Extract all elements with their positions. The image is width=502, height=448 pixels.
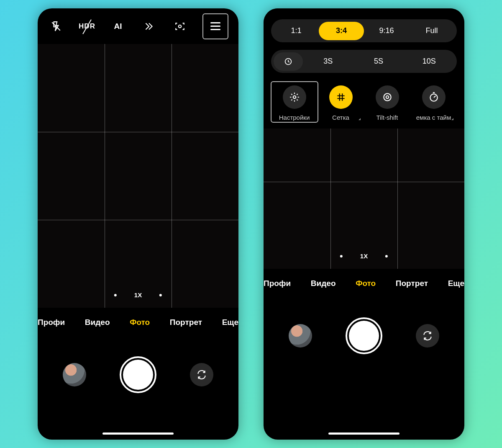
timer-10s[interactable]: 10S: [404, 52, 454, 71]
option-timed-shot[interactable]: емка с тайм: [411, 85, 457, 121]
bottom-controls: [38, 337, 238, 412]
option-label: Сетка: [332, 114, 349, 121]
camera-toolbar: HDR AI: [38, 8, 238, 44]
svg-point-6: [430, 94, 437, 101]
timer-icon-chip[interactable]: [274, 52, 303, 71]
bottom-controls: [264, 298, 464, 373]
gallery-thumbnail[interactable]: [289, 324, 312, 348]
option-label: емка с тайм: [416, 114, 451, 121]
more-indicator-icon: [359, 118, 361, 120]
zoom-label: 1X: [134, 291, 142, 299]
mode-portrait[interactable]: Портрет: [170, 318, 202, 327]
ratio-full[interactable]: Full: [409, 22, 454, 40]
zoom-dot: [114, 294, 117, 296]
shutter-button[interactable]: [120, 356, 156, 393]
filters-icon[interactable]: [141, 18, 157, 35]
mode-more[interactable]: Еще: [448, 279, 464, 288]
mode-pro[interactable]: Профи: [264, 279, 291, 288]
zoom-dot: [385, 255, 388, 257]
option-label: Tilt-shift: [376, 114, 398, 121]
viewfinder[interactable]: 1X: [38, 44, 238, 308]
hamburger-icon: [210, 22, 220, 30]
svg-point-4: [384, 93, 391, 100]
shutter-inner: [123, 360, 153, 390]
mode-video[interactable]: Видео: [311, 279, 336, 288]
ratio-3-4[interactable]: 3:4: [319, 22, 364, 40]
mode-video[interactable]: Видео: [85, 318, 110, 327]
home-indicator[interactable]: [328, 433, 400, 435]
clock-icon: [284, 57, 293, 66]
menu-button[interactable]: [202, 13, 228, 39]
zoom-selector[interactable]: 1X: [114, 291, 162, 299]
timer-3s[interactable]: 3S: [303, 52, 353, 71]
switch-camera-button[interactable]: [416, 324, 439, 348]
gallery-thumbnail[interactable]: [63, 363, 86, 386]
mode-more[interactable]: Еще: [222, 318, 238, 327]
options-row: Настройки Сетка Tilt-shift емка с тайм: [271, 80, 457, 124]
composition-grid: [264, 129, 464, 269]
option-grid[interactable]: Сетка: [318, 85, 364, 121]
google-lens-icon[interactable]: [172, 18, 188, 35]
composition-grid: [38, 44, 238, 308]
more-indicator-icon: [451, 118, 453, 120]
timer-icon: [428, 92, 439, 103]
zoom-dot: [340, 255, 343, 257]
phone-screenshot-right: 1:1 3:4 9:16 Full 3S 5S 10S Настройки: [264, 8, 464, 440]
mode-selector[interactable]: Профи Видео Фото Портрет Еще: [38, 308, 238, 337]
svg-point-5: [386, 96, 389, 99]
ai-toggle[interactable]: AI: [110, 18, 126, 35]
zoom-selector[interactable]: 1X: [340, 252, 388, 260]
viewfinder[interactable]: 1X: [264, 129, 464, 269]
zoom-label: 1X: [360, 252, 368, 260]
shutter-inner: [349, 321, 379, 351]
mode-portrait[interactable]: Портрет: [396, 279, 428, 288]
svg-point-1: [179, 25, 182, 28]
mode-photo[interactable]: Фото: [356, 279, 376, 288]
switch-camera-button[interactable]: [190, 363, 213, 386]
shutter-button[interactable]: [346, 317, 382, 354]
ratio-9-16[interactable]: 9:16: [364, 22, 409, 40]
switch-camera-icon: [196, 369, 207, 380]
phone-screenshot-left: HDR AI 1X Профи Видео Фото Портрет Еще: [38, 8, 238, 440]
flash-off-icon[interactable]: [48, 18, 64, 35]
timer-5s[interactable]: 5S: [353, 52, 404, 71]
zoom-dot: [159, 294, 162, 296]
highlight-box: [271, 81, 318, 123]
option-settings[interactable]: Настройки: [271, 85, 318, 121]
switch-camera-icon: [422, 330, 433, 341]
hdr-toggle[interactable]: HDR: [79, 18, 95, 35]
aspect-ratio-row: 1:1 3:4 9:16 Full: [271, 19, 457, 42]
option-tilt-shift[interactable]: Tilt-shift: [364, 85, 410, 121]
target-icon: [382, 92, 393, 103]
settings-panel: 1:1 3:4 9:16 Full 3S 5S 10S Настройки: [264, 8, 464, 129]
mode-photo[interactable]: Фото: [130, 318, 150, 327]
grid-icon: [336, 92, 346, 103]
timer-row: 3S 5S 10S: [271, 50, 457, 73]
mode-selector[interactable]: Профи Видео Фото Портрет Еще: [264, 269, 464, 298]
home-indicator[interactable]: [102, 433, 174, 435]
mode-pro[interactable]: Профи: [38, 318, 65, 327]
ratio-1-1[interactable]: 1:1: [274, 22, 319, 40]
